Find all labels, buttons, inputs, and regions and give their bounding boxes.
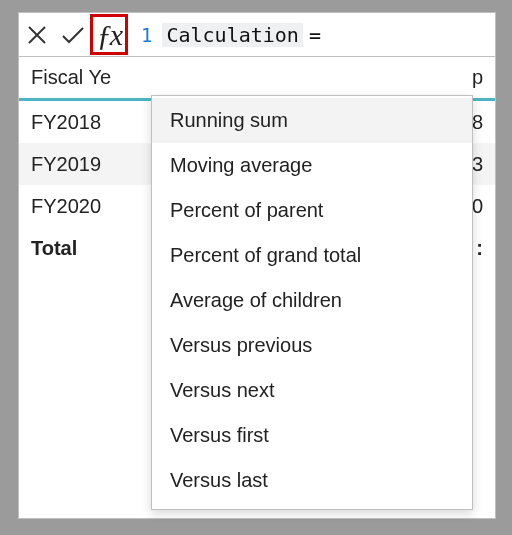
suggestion-item[interactable]: Versus first bbox=[152, 413, 472, 458]
suggestion-item[interactable]: Versus next bbox=[152, 368, 472, 413]
suggestion-item[interactable]: Moving average bbox=[152, 143, 472, 188]
close-icon bbox=[27, 25, 47, 45]
formula-token-calculation: Calculation bbox=[162, 23, 302, 47]
suggestion-item[interactable]: Percent of grand total bbox=[152, 233, 472, 278]
column-header-trail: p bbox=[472, 66, 483, 89]
app-panel: ƒx 1 Calculation= Fiscal Ye p FY2018 8 F… bbox=[18, 12, 496, 519]
suggestion-item[interactable]: Running sum bbox=[152, 98, 472, 143]
formula-bar: ƒx 1 Calculation= bbox=[19, 13, 495, 57]
commit-button[interactable] bbox=[55, 13, 91, 57]
formula-input[interactable]: Calculation= bbox=[162, 23, 321, 47]
fx-button[interactable]: ƒx bbox=[91, 13, 127, 57]
row-label: FY2020 bbox=[31, 195, 141, 218]
row-label: FY2018 bbox=[31, 111, 141, 134]
calculation-suggestions-dropdown[interactable]: Running sum Moving average Percent of pa… bbox=[151, 95, 473, 510]
row-label: FY2019 bbox=[31, 153, 141, 176]
formula-equals: = bbox=[303, 23, 321, 47]
cancel-button[interactable] bbox=[19, 13, 55, 57]
suggestion-item[interactable]: Percent of parent bbox=[152, 188, 472, 233]
formula-line-number: 1 bbox=[127, 24, 162, 46]
suggestion-item[interactable]: Average of children bbox=[152, 278, 472, 323]
check-icon bbox=[61, 25, 85, 45]
column-header-fiscal-year[interactable]: Fiscal Ye bbox=[31, 66, 141, 89]
total-label: Total bbox=[31, 237, 141, 260]
suggestion-item[interactable]: Versus last bbox=[152, 458, 472, 503]
suggestion-item[interactable]: Versus previous bbox=[152, 323, 472, 368]
fx-icon: ƒx bbox=[97, 20, 121, 50]
